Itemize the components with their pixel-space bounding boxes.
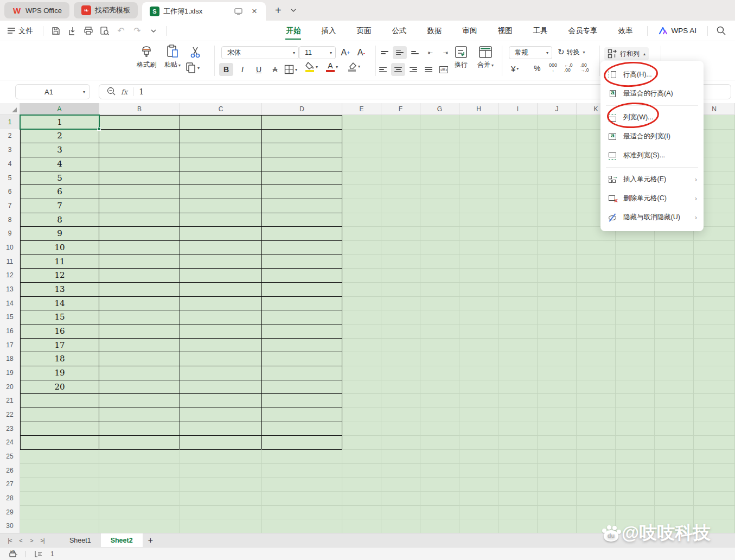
cell-D27[interactable] xyxy=(262,477,342,492)
menu-item-hide-unhide[interactable]: 隐藏与取消隐藏(U)› xyxy=(600,208,704,227)
cell-H7[interactable] xyxy=(459,199,498,213)
cell-H23[interactable] xyxy=(459,422,498,436)
cell-J17[interactable] xyxy=(538,338,577,353)
currency-format-button[interactable]: ¥▾ xyxy=(511,64,519,73)
cell-L14[interactable] xyxy=(616,296,655,311)
cell-N20[interactable] xyxy=(694,380,735,394)
cell-C28[interactable] xyxy=(180,491,262,506)
select-all-corner[interactable] xyxy=(0,103,20,115)
cell-A20[interactable]: 20 xyxy=(20,380,99,394)
decrease-decimal-button[interactable]: .00 →.0 xyxy=(580,63,589,73)
cell-M12[interactable] xyxy=(655,268,694,283)
cell-L16[interactable] xyxy=(616,324,655,339)
cell-D18[interactable] xyxy=(262,352,342,366)
print-preview-icon[interactable] xyxy=(98,24,111,37)
cell-D8[interactable] xyxy=(262,213,342,227)
cell-H27[interactable] xyxy=(459,477,498,492)
sheet-tab-Sheet1[interactable]: Sheet1 xyxy=(60,533,101,548)
cell-B19[interactable] xyxy=(99,366,180,380)
cell-B6[interactable] xyxy=(99,184,180,199)
decrease-indent-button[interactable]: ⇤ xyxy=(423,46,437,59)
cell-C16[interactable] xyxy=(180,324,262,339)
cell-G29[interactable] xyxy=(420,505,459,520)
cell-M17[interactable] xyxy=(655,338,694,353)
cell-B2[interactable] xyxy=(99,129,180,144)
cell-C14[interactable] xyxy=(180,296,262,311)
cell-D5[interactable] xyxy=(262,171,342,186)
cell-A14[interactable]: 14 xyxy=(20,296,99,311)
cell-F29[interactable] xyxy=(381,505,420,520)
cell-J23[interactable] xyxy=(538,422,577,436)
paste-button[interactable]: 粘贴▾ xyxy=(164,44,181,69)
cell-E26[interactable] xyxy=(342,463,381,478)
cell-I17[interactable] xyxy=(498,338,538,353)
cell-C12[interactable] xyxy=(180,268,262,283)
cell-L25[interactable] xyxy=(616,449,655,464)
cell-J16[interactable] xyxy=(538,324,577,339)
align-bottom-button[interactable] xyxy=(408,46,422,59)
cell-G23[interactable] xyxy=(420,422,459,436)
cell-L22[interactable] xyxy=(616,408,655,422)
cell-K18[interactable] xyxy=(577,352,616,366)
cell-D11[interactable] xyxy=(262,254,342,269)
cell-C18[interactable] xyxy=(180,352,262,366)
column-header-F[interactable]: F xyxy=(381,103,420,115)
cell-G14[interactable] xyxy=(420,296,459,311)
cell-I14[interactable] xyxy=(498,296,538,311)
cell-B22[interactable] xyxy=(99,408,180,422)
add-sheet-button[interactable]: + xyxy=(148,536,153,545)
cell-M28[interactable] xyxy=(655,491,694,506)
cell-D2[interactable] xyxy=(262,129,342,144)
tab-docer-templates[interactable]: ❧ 找稻壳模板 xyxy=(74,2,138,18)
cell-A26[interactable] xyxy=(20,463,99,478)
align-top-button[interactable] xyxy=(378,46,392,59)
cell-G24[interactable] xyxy=(420,435,459,450)
cell-D6[interactable] xyxy=(262,184,342,199)
menu-tab-开始[interactable]: 开始 xyxy=(276,21,311,41)
row-header-2[interactable]: 2 xyxy=(0,129,20,144)
cell-E1[interactable] xyxy=(342,115,381,130)
cell-B13[interactable] xyxy=(99,282,180,297)
cell-M27[interactable] xyxy=(655,477,694,492)
new-tab-button[interactable]: + xyxy=(272,4,284,16)
cell-G27[interactable] xyxy=(420,477,459,492)
cell-N28[interactable] xyxy=(694,491,735,506)
eraser-button[interactable]: ▾ xyxy=(347,62,360,72)
undo-icon[interactable]: ↶ xyxy=(114,24,127,37)
cell-B15[interactable] xyxy=(99,310,180,324)
cell-M10[interactable] xyxy=(655,240,694,255)
cell-C15[interactable] xyxy=(180,310,262,324)
cell-E12[interactable] xyxy=(342,268,381,283)
cell-K14[interactable] xyxy=(577,296,616,311)
cell-I10[interactable] xyxy=(498,240,538,255)
cell-D16[interactable] xyxy=(262,324,342,339)
cell-F3[interactable] xyxy=(381,143,420,157)
cell-C6[interactable] xyxy=(180,184,262,199)
cell-E16[interactable] xyxy=(342,324,381,339)
cell-H18[interactable] xyxy=(459,352,498,366)
cell-I18[interactable] xyxy=(498,352,538,366)
cell-G30[interactable] xyxy=(420,519,459,533)
cell-I20[interactable] xyxy=(498,380,538,394)
cell-C22[interactable] xyxy=(180,408,262,422)
cell-B26[interactable] xyxy=(99,463,180,478)
cell-G16[interactable] xyxy=(420,324,459,339)
cell-K10[interactable] xyxy=(577,240,616,255)
cell-G25[interactable] xyxy=(420,449,459,464)
cell-I2[interactable] xyxy=(498,129,538,144)
cell-B7[interactable] xyxy=(99,199,180,213)
cell-F2[interactable] xyxy=(381,129,420,144)
cell-B24[interactable] xyxy=(99,435,180,450)
cell-J25[interactable] xyxy=(538,449,577,464)
cell-H28[interactable] xyxy=(459,491,498,506)
cell-A5[interactable]: 5 xyxy=(20,171,99,186)
cell-K25[interactable] xyxy=(577,449,616,464)
cell-E30[interactable] xyxy=(342,519,381,533)
menu-tab-效率[interactable]: 效率 xyxy=(608,21,643,41)
cell-D9[interactable] xyxy=(262,226,342,241)
tab-workbook1[interactable]: S 工作簿1.xlsx × xyxy=(142,2,266,21)
cell-M14[interactable] xyxy=(655,296,694,311)
cell-H16[interactable] xyxy=(459,324,498,339)
row-header-14[interactable]: 14 xyxy=(0,296,20,311)
column-header-D[interactable]: D xyxy=(262,103,342,115)
